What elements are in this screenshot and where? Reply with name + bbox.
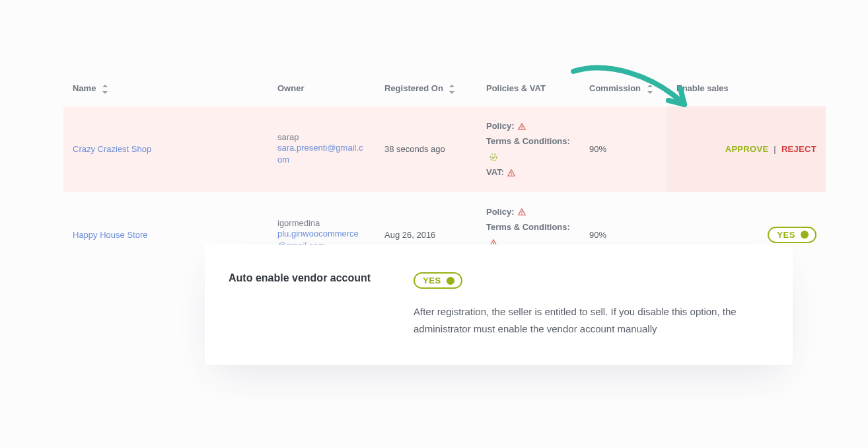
sort-icon[interactable] — [449, 85, 454, 93]
registered-on: 38 seconds ago — [375, 106, 477, 192]
toggle-label: YES — [423, 276, 441, 285]
owner-email-link[interactable]: sara.presenti@gmail.com — [277, 142, 366, 166]
ok-icon — [489, 153, 498, 162]
col-registered-label: Registered On — [384, 83, 443, 93]
enable-sales-toggle[interactable]: YES — [768, 227, 816, 243]
reject-button[interactable]: REJECT — [781, 144, 816, 154]
auto-enable-toggle[interactable]: YES — [414, 272, 462, 289]
warning-icon — [517, 207, 526, 217]
col-registered[interactable]: Registered On — [375, 75, 477, 106]
toggle-dot-icon — [447, 277, 454, 285]
warning-icon — [507, 168, 516, 178]
card-description: After registration, the seller is entitl… — [414, 303, 761, 337]
col-enable-sales: Enable sales — [667, 75, 826, 106]
col-commission[interactable]: Commission — [580, 75, 667, 106]
approve-button[interactable]: APPROVE — [725, 144, 769, 154]
separator: | — [774, 144, 776, 154]
table-row: Crazy Craziest Shop sarap sara.presenti@… — [63, 106, 826, 192]
col-owner: Owner — [268, 75, 375, 106]
card-title: Auto enable vendor account — [229, 272, 414, 284]
col-policies: Policies & VAT — [477, 75, 580, 106]
col-name-label: Name — [73, 83, 96, 93]
sort-icon[interactable] — [647, 85, 653, 93]
auto-enable-card: Auto enable vendor account YES After reg… — [205, 244, 793, 365]
enable-sales-cell: APPROVE | REJECT — [667, 106, 826, 192]
col-name[interactable]: Name — [63, 75, 268, 106]
table-header-row: Name Owner Registered On Policies & VAT … — [63, 75, 826, 106]
sort-icon[interactable] — [102, 85, 108, 93]
owner-username: sarap — [277, 132, 366, 142]
vendor-name-link[interactable]: Happy House Store — [73, 230, 147, 240]
commission-value: 90% — [580, 106, 667, 192]
policies-cell: Policy: Terms & Conditions: VAT: — [477, 106, 580, 192]
toggle-dot-icon — [801, 231, 809, 239]
toggle-label: YES — [777, 230, 795, 240]
col-commission-label: Commission — [589, 83, 641, 93]
owner-username: igormedina — [277, 218, 366, 228]
vendor-name-link[interactable]: Crazy Craziest Shop — [73, 144, 151, 154]
warning-icon — [517, 122, 526, 131]
